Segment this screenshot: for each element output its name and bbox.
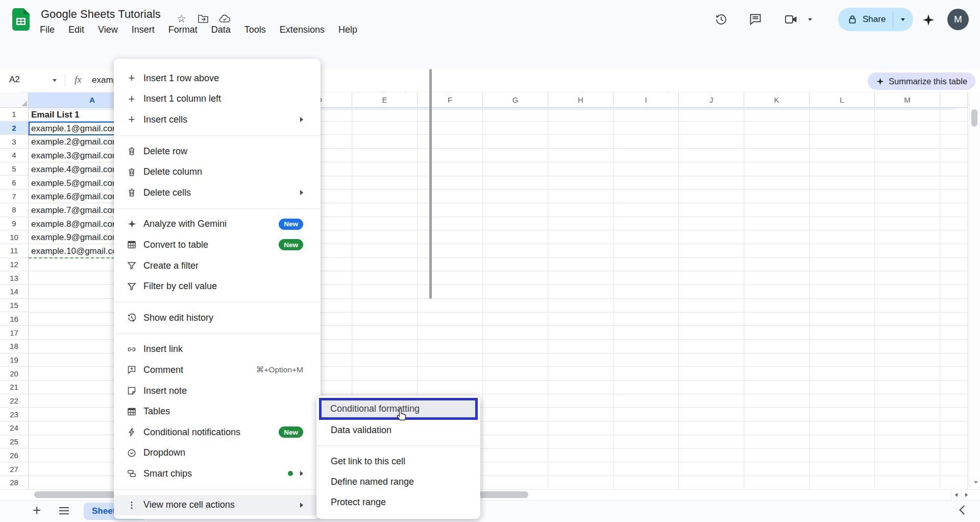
column-header-K[interactable]: K [744,92,810,108]
row-header-6[interactable]: 6 [0,176,29,190]
vertical-scrollbar-thumb[interactable] [971,109,977,127]
menubar-view[interactable]: View [98,25,118,35]
cell-A4[interactable]: example.3@gmail.com [31,151,119,161]
row-header-8[interactable]: 8 [0,203,29,217]
row-header-1[interactable]: 1 [0,108,29,122]
row-header-3[interactable]: 3 [0,135,29,149]
row-header-2[interactable]: 2 [0,122,29,135]
column-header-I[interactable]: I [614,92,679,108]
row-header-15[interactable]: 15 [0,299,29,313]
menu-item-tables[interactable]: Tables [114,401,321,422]
menu-item-analyze-with-gemini[interactable]: Analyze with GeminiNew [114,214,321,235]
row-header-10[interactable]: 10 [0,230,29,244]
cell-A11[interactable]: example.10@gmail.com [31,246,125,256]
share-dropdown-caret-icon[interactable] [901,18,905,21]
menu-item-insert-cells[interactable]: +Insert cells [114,109,321,130]
menubar-extensions[interactable]: Extensions [280,25,325,35]
submenu-item-get-link-to-this-cell[interactable]: Get link to this cell [316,451,480,471]
row-header-22[interactable]: 22 [0,394,29,408]
row-header-23[interactable]: 23 [0,408,29,421]
row-header-14[interactable]: 14 [0,285,29,299]
menu-item-smart-chips[interactable]: Smart chips [114,463,321,484]
scroll-right-button[interactable] [961,489,971,501]
cell-A6[interactable]: example.5@gmail.com [31,178,119,188]
cell-A1[interactable]: Email List 1 [31,110,79,120]
document-title[interactable]: Google Sheets Tutorials [41,8,161,21]
column-header-L[interactable]: L [810,92,875,108]
menubar-insert[interactable]: Insert [132,25,155,35]
menubar-edit[interactable]: Edit [68,25,84,35]
name-box[interactable]: A2 [9,75,20,85]
row-header-5[interactable]: 5 [0,162,29,176]
row-header-20[interactable]: 20 [0,367,29,381]
menu-item-delete-column[interactable]: Delete column [114,161,321,182]
menubar-data[interactable]: Data [211,25,231,35]
cell-A3[interactable]: example.2@gmail.com [31,137,119,147]
menubar-help[interactable]: Help [338,25,357,35]
row-header-13[interactable]: 13 [0,271,29,285]
version-history-icon[interactable] [714,12,728,27]
column-header-E[interactable]: E [352,92,418,108]
menu-item-insert-note[interactable]: Insert note [114,381,321,401]
menu-item-show-edit-history[interactable]: Show edit history [114,307,321,328]
column-header-H[interactable]: H [548,92,614,108]
share-button[interactable]: Share [838,8,913,31]
add-sheet-button[interactable]: + [33,502,41,518]
name-box-caret-icon[interactable] [53,79,57,82]
menu-item-insert-1-row-above[interactable]: +Insert 1 row above [114,68,321,89]
menubar-file[interactable]: File [40,25,55,35]
summarize-table-button[interactable]: Summarize this table [868,73,975,90]
cell-A7[interactable]: example.6@gmail.com [31,192,119,202]
menu-item-dropdown[interactable]: Dropdown [114,443,321,464]
context-menu-scrollbar[interactable] [429,69,432,299]
row-header-9[interactable]: 9 [0,217,29,231]
menu-item-delete-row[interactable]: Delete row [114,141,321,162]
submenu-item-protect-range[interactable]: Protect range [316,492,480,512]
row-header-24[interactable]: 24 [0,421,29,435]
cell-A8[interactable]: example.7@gmail.com [31,205,119,216]
row-header-28[interactable]: 28 [0,476,29,490]
column-header-partial[interactable] [940,92,968,108]
select-all-corner[interactable] [0,92,29,108]
row-header-17[interactable]: 17 [0,326,29,340]
comments-icon[interactable] [748,12,763,27]
chevron-left-icon[interactable] [959,505,968,514]
menu-item-insert-1-column-left[interactable]: +Insert 1 column left [114,89,321,110]
cell-A5[interactable]: example.4@gmail.com [31,164,119,175]
row-header-19[interactable]: 19 [0,353,29,367]
row-header-11[interactable]: 11 [0,244,29,258]
submenu-item-define-named-range[interactable]: Define named range [316,471,480,492]
row-header-16[interactable]: 16 [0,313,29,326]
row-header-7[interactable]: 7 [0,189,29,203]
cell-A9[interactable]: example.8@gmail.com [31,219,119,229]
column-header-F[interactable]: F [418,92,483,108]
menubar-format[interactable]: Format [168,25,198,35]
menu-item-view-more-cell-actions[interactable]: View more cell actions [114,495,321,516]
vertical-scrollbar-track[interactable] [969,92,980,489]
meet-video-icon[interactable] [784,12,798,27]
row-header-4[interactable]: 4 [0,149,29,162]
all-sheets-button[interactable] [59,507,69,514]
cell-A10[interactable]: example.9@gmail.com [31,232,119,243]
menu-item-convert-to-table[interactable]: Convert to tableNew [114,234,321,255]
menu-item-comment[interactable]: Comment⌘+Option+M [114,360,321,381]
column-header-G[interactable]: G [483,92,548,108]
menu-item-conditional-notifications[interactable]: Conditional notificationsNew [114,422,321,443]
meet-dropdown-caret-icon[interactable] [808,18,812,21]
row-header-18[interactable]: 18 [0,340,29,353]
column-header-M[interactable]: M [875,92,940,108]
menu-item-create-a-filter[interactable]: Create a filter [114,255,321,276]
menubar-tools[interactable]: Tools [244,25,266,35]
row-header-12[interactable]: 12 [0,258,29,272]
row-header-26[interactable]: 26 [0,449,29,463]
menu-item-filter-by-cell-value[interactable]: Filter by cell value [114,276,321,297]
menu-item-insert-link[interactable]: Insert link [114,339,321,360]
avatar[interactable]: M [947,9,969,30]
menu-item-delete-cells[interactable]: Delete cells [114,182,321,203]
scroll-down-icon[interactable] [974,481,978,484]
gemini-sparkle-icon[interactable] [922,13,935,27]
scroll-left-button[interactable] [951,489,961,501]
column-header-J[interactable]: J [679,92,744,108]
row-header-25[interactable]: 25 [0,435,29,449]
row-header-21[interactable]: 21 [0,381,29,394]
